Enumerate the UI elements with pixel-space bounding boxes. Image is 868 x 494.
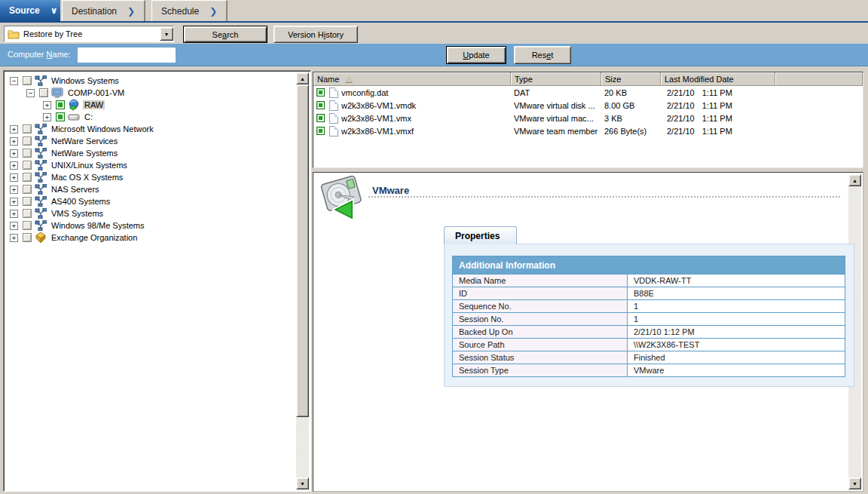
version-history-button[interactable]: Version History <box>274 26 358 43</box>
file-name[interactable]: w2k3x86-VM1.vmdk <box>341 101 416 110</box>
tab-properties[interactable]: Properties <box>444 226 517 244</box>
expand-toggle-icon[interactable]: − <box>10 77 18 85</box>
tree-vertical-scrollbar[interactable]: ▲ ▼ <box>296 72 309 489</box>
tree-item[interactable]: +C: <box>10 111 296 123</box>
file-name[interactable]: vmconfig.dat <box>341 88 388 97</box>
tree-item[interactable]: +UNIX/Linux Systems <box>10 159 296 171</box>
tree-item[interactable]: +Exchange Organization <box>10 232 296 244</box>
expand-toggle-icon[interactable]: + <box>10 149 18 158</box>
expand-toggle-icon[interactable]: + <box>10 210 18 218</box>
tree-item-label[interactable]: UNIX/Linux Systems <box>50 161 129 170</box>
tree-item-label[interactable]: NAS Servers <box>50 185 101 194</box>
tree-checkbox[interactable] <box>23 209 32 218</box>
tree-item[interactable]: +VMS Systems <box>10 207 296 219</box>
tree-item[interactable]: +NetWare Services <box>10 135 296 147</box>
expand-toggle-icon[interactable]: + <box>10 186 18 194</box>
scroll-down-button[interactable]: ▼ <box>848 477 861 489</box>
update-button[interactable]: Update <box>446 46 506 64</box>
file-row[interactable]: vmconfig.datDAT20 KB2/21/101:11 PM <box>313 86 863 99</box>
tab-schedule[interactable]: Schedule ❯ <box>151 0 228 21</box>
tree-checkbox[interactable] <box>23 185 32 194</box>
tree-checkbox[interactable] <box>23 221 32 230</box>
file-checkbox[interactable] <box>316 101 325 109</box>
computer-name-input[interactable] <box>78 48 175 63</box>
tree-checkbox[interactable] <box>23 197 32 206</box>
tree-item[interactable]: +Mac OS X Systems <box>10 171 296 183</box>
tree-item-label[interactable]: C: <box>83 112 94 121</box>
tree-item-label[interactable]: RAW <box>83 100 105 109</box>
file-row[interactable]: w2k3x86-VM1.vmdkVMware virtual disk ...8… <box>313 99 863 112</box>
search-button[interactable]: Search <box>183 26 267 43</box>
file-date: 2/21/10 <box>667 88 695 97</box>
toolbar: Restore by Tree ▼ Search Version History <box>0 23 868 44</box>
tree-checkbox[interactable] <box>23 137 32 146</box>
tree-checkbox[interactable] <box>23 149 32 158</box>
tree-item-label[interactable]: Mac OS X Systems <box>50 173 124 182</box>
tree-checkbox[interactable] <box>23 233 32 242</box>
expand-toggle-icon[interactable]: + <box>10 198 18 206</box>
restore-mode-dropdown[interactable]: Restore by Tree ▼ <box>4 26 174 42</box>
computer-icon <box>51 87 63 98</box>
tree-item[interactable]: −COMP-001-VM <box>10 87 296 99</box>
expand-toggle-icon[interactable]: + <box>10 125 18 133</box>
tree-item-label[interactable]: AS400 Systems <box>50 197 112 206</box>
file-checkbox[interactable] <box>316 88 325 97</box>
scroll-up-button[interactable]: ▲ <box>848 174 861 186</box>
expand-toggle-icon[interactable]: + <box>43 113 51 121</box>
tree-checkbox[interactable] <box>39 88 48 97</box>
expand-toggle-icon[interactable]: + <box>10 137 18 146</box>
scroll-down-button[interactable]: ▼ <box>296 477 309 489</box>
network-icon <box>35 172 47 183</box>
scrollbar-thumb[interactable] <box>296 84 309 417</box>
expand-toggle-icon[interactable]: + <box>10 173 18 182</box>
tree-checkbox[interactable] <box>23 161 32 170</box>
tree-item[interactable]: +Microsoft Windows Network <box>10 123 296 135</box>
tab-destination[interactable]: Destination ❯ <box>62 0 145 21</box>
file-name[interactable]: w2k3x86-VM1.vmx <box>341 114 411 123</box>
tree-checkbox[interactable] <box>23 124 32 133</box>
tree-item-label[interactable]: Windows Systems <box>50 76 121 85</box>
column-header-last-modified[interactable]: Last Modified Date <box>661 72 775 86</box>
tree-item-label[interactable]: Microsoft Windows Network <box>50 124 155 133</box>
tree-item[interactable]: +Windows 98/Me Systems <box>10 219 296 232</box>
tree-item-label[interactable]: Windows 98/Me Systems <box>50 221 145 230</box>
dropdown-arrow-button[interactable]: ▼ <box>160 27 173 41</box>
file-row[interactable]: w2k3x86-VM1.vmxVMware virtual mac...3 KB… <box>313 112 863 124</box>
tree-item-label[interactable]: COMP-001-VM <box>66 88 126 97</box>
tree-item[interactable]: +NetWare Systems <box>10 147 296 159</box>
tree-item[interactable]: −Windows Systems <box>10 75 296 87</box>
tree-checkbox[interactable] <box>23 76 32 85</box>
file-checkbox[interactable] <box>316 114 325 122</box>
file-checkbox[interactable] <box>316 127 325 135</box>
file-row[interactable]: w2k3x86-VM1.vmxfVMware team member266 By… <box>313 124 863 137</box>
tree-checkbox[interactable] <box>56 112 65 121</box>
table-header: Additional Information <box>453 256 845 275</box>
tree-checkbox[interactable] <box>23 173 32 182</box>
tab-schedule-label: Schedule <box>161 6 199 17</box>
network-icon <box>35 184 47 195</box>
file-name[interactable]: w2k3x86-VM1.vmxf <box>341 127 414 136</box>
column-header-name[interactable]: Name <box>313 72 511 86</box>
expand-toggle-icon[interactable]: − <box>26 89 35 97</box>
column-header-size[interactable]: Size <box>601 72 661 86</box>
tree-item[interactable]: +NAS Servers <box>10 183 296 195</box>
expand-toggle-icon[interactable]: + <box>10 234 18 242</box>
tree-item[interactable]: +AS400 Systems <box>10 195 296 207</box>
tree-item-label[interactable]: NetWare Systems <box>50 149 119 158</box>
tab-bar: Source ∨ Destination ❯ Schedule ❯ <box>0 0 868 23</box>
column-header-type[interactable]: Type <box>511 72 601 86</box>
expand-toggle-icon[interactable]: + <box>10 161 18 170</box>
tree-checkbox[interactable] <box>56 100 65 109</box>
tab-source[interactable]: Source ∨ <box>0 0 60 21</box>
file-list-header: Name Type Size Last Modified Date <box>313 72 863 86</box>
expand-toggle-icon[interactable]: + <box>43 101 51 109</box>
tree-item-label[interactable]: Exchange Organization <box>50 233 139 242</box>
scroll-up-button[interactable]: ▲ <box>296 72 309 84</box>
expand-toggle-icon[interactable]: + <box>10 222 18 230</box>
restore-mode-value: Restore by Tree <box>23 29 82 38</box>
tree-item-label[interactable]: VMS Systems <box>50 209 105 218</box>
file-icon <box>329 87 338 98</box>
tree-item[interactable]: +RAW <box>10 99 296 111</box>
reset-button[interactable]: Reset <box>514 46 571 64</box>
tree-item-label[interactable]: NetWare Services <box>50 137 119 146</box>
